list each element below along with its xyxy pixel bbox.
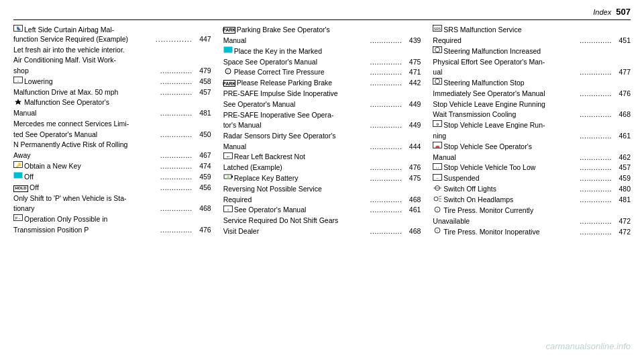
page-number: 507	[616, 7, 631, 17]
svg-text:i: i	[227, 208, 228, 212]
entry-text: Reversing Not Possible Service	[223, 185, 421, 194]
tooLow-icon: ↓↓	[433, 163, 442, 173]
entry-text: 💺Left Side Curtain Airbag Mal-	[13, 26, 211, 35]
entry-page: 456	[193, 183, 211, 193]
entry-text: Wait Transmission Cooling	[433, 110, 580, 120]
svg-text:P→: P→	[15, 216, 21, 220]
entry-text: !Tire Press. Monitor Inoperative	[433, 228, 580, 237]
entry-page: 472	[612, 228, 631, 237]
entry-text: SRSSRS Malfunction Service	[433, 26, 631, 35]
list-item: shop ..............479	[13, 66, 211, 76]
list-item: !Please Correct Tire Pressure ..........…	[223, 68, 421, 77]
off1-icon	[13, 172, 23, 181]
column-col3: SRSSRS Malfunction ServiceRequired .....…	[433, 26, 631, 349]
entry-page: 468	[193, 204, 211, 214]
list-item: Let fresh air into the vehicle interior.	[13, 46, 211, 55]
entry-page: 467	[193, 151, 211, 161]
list-item: Manual ..............444	[223, 142, 421, 152]
entry-page: 444	[402, 142, 421, 152]
svg-point-25	[435, 79, 440, 84]
entry-text: Transmission Position P	[13, 226, 160, 235]
entry-page: 449	[402, 121, 421, 130]
svg-text:🔋: 🔋	[225, 175, 230, 180]
entry-page: 477	[612, 68, 631, 77]
entry-text: shop	[13, 66, 160, 76]
list-item: Immediately See Operator's Manual ......…	[433, 89, 631, 99]
entry-text: Visit Dealer	[223, 227, 370, 236]
list-item: ual ..............477	[433, 68, 631, 77]
park-icon: PARK	[223, 25, 235, 34]
list-item: See Operator's Manual ..............449	[223, 100, 421, 109]
entry-text: Required	[433, 36, 580, 46]
entry-page: 479	[193, 66, 211, 76]
entry-text: PARKParking Brake See Operator's	[223, 26, 421, 35]
svg-text:🚗: 🚗	[435, 144, 440, 148]
svg-marker-4	[15, 99, 21, 105]
entry-text: !Tire Press. Monitor Currently	[433, 206, 631, 216]
entry-text: Steering Malfunction Stop	[433, 79, 631, 88]
list-item: tionary ..............468	[13, 204, 211, 214]
stopveh-icon: 🚗	[433, 142, 442, 151]
entry-text: ual	[433, 68, 580, 77]
list-item: 🔋Replace Key Battery ..............475	[223, 174, 421, 183]
entry-text: Stop Vehicle Leave Engine Running	[433, 100, 631, 109]
svg-line-37	[439, 196, 441, 197]
seeop-icon: i	[223, 206, 233, 215]
list-item: Required ..............468	[223, 195, 421, 205]
steering-icon	[433, 46, 442, 56]
entry-text: ted See Operator's Manual	[13, 130, 160, 140]
list-item: Away ..............467	[13, 151, 211, 161]
svg-text:↩: ↩	[227, 154, 229, 159]
svg-text:💺: 💺	[16, 26, 21, 32]
entry-text: Unavailable	[433, 217, 580, 226]
list-item: !Tire Press. Monitor Currently	[433, 206, 631, 216]
list-item: Service Required Do Not Shift Gears	[223, 216, 421, 226]
engine-icon: ⚙	[433, 120, 442, 130]
svg-text:~: ~	[437, 176, 439, 180]
entry-text: Steering Malfunction Increased	[433, 47, 631, 56]
entry-text: Manual	[223, 36, 370, 46]
cyan-icon	[223, 46, 233, 56]
entry-text: ↓↓Stop Vehicle Vehicle Too Low	[433, 163, 580, 173]
entry-page: 461	[612, 132, 631, 141]
entry-page: 472	[612, 217, 631, 226]
entry-text: Off	[13, 173, 160, 182]
tirepress-icon: !	[433, 206, 442, 216]
list-item: !Tire Press. Monitor Inoperative .......…	[433, 228, 631, 237]
key-icon: 🔑	[13, 161, 23, 171]
entry-page: 442	[402, 79, 421, 88]
list-item: PARKParking Brake See Operator's	[223, 26, 421, 35]
svg-text:!: !	[227, 69, 228, 73]
list-item: PRE-SAFE Inoperative See Opera-	[223, 111, 421, 120]
entry-text: tionary	[13, 204, 160, 214]
entry-text: PARKPlease Release Parking Brake	[223, 79, 370, 88]
entry-page: 461	[402, 206, 421, 215]
entry-text: Mercedes me connect Services Limi-	[13, 120, 211, 129]
entry-text: tor's Manual	[223, 121, 370, 130]
list-item: ↩Rear Left Backrest Not	[223, 152, 421, 162]
entry-page: 475	[402, 58, 421, 67]
svg-text:!: !	[437, 208, 438, 212]
list-item: ted See Operator's Manual ..............…	[13, 130, 211, 140]
entry-text: PRE-SAFE Inoperative See Opera-	[223, 111, 421, 120]
hold-icon: HOLD	[13, 183, 28, 192]
seat-icon: ↩	[223, 152, 233, 162]
entry-text: P→Operation Only Possible in	[13, 215, 211, 224]
list-item: ning ..............461	[433, 132, 631, 141]
list-item: ↓↓Stop Vehicle Vehicle Too Low .........…	[433, 163, 631, 173]
entry-text: Air Conditioning Malf. Visit Work-	[13, 56, 211, 65]
list-item: Switch On Headlamps ..............481	[433, 195, 631, 205]
svg-text:!: !	[437, 229, 438, 233]
entry-text: 🚗Stop Vehicle See Operator's	[433, 142, 631, 152]
list-item: Unavailable ..............472	[433, 217, 631, 226]
list-item: Visit Dealer ..............468	[223, 227, 421, 236]
entry-text: Switch Off Lights	[433, 185, 580, 194]
list-item: Manual ..............462	[433, 153, 631, 163]
list-item: 💺Left Side Curtain Airbag Mal-function S…	[13, 26, 211, 44]
entry-text: iSee Operator's Manual	[223, 206, 370, 215]
list-item: Manual ..............439	[223, 36, 421, 46]
entry-text: Service Required Do Not Shift Gears	[223, 216, 421, 226]
star-icon	[13, 98, 23, 107]
entry-text: Let fresh air into the vehicle interior.	[13, 46, 211, 55]
entry-text: ning	[433, 132, 580, 141]
